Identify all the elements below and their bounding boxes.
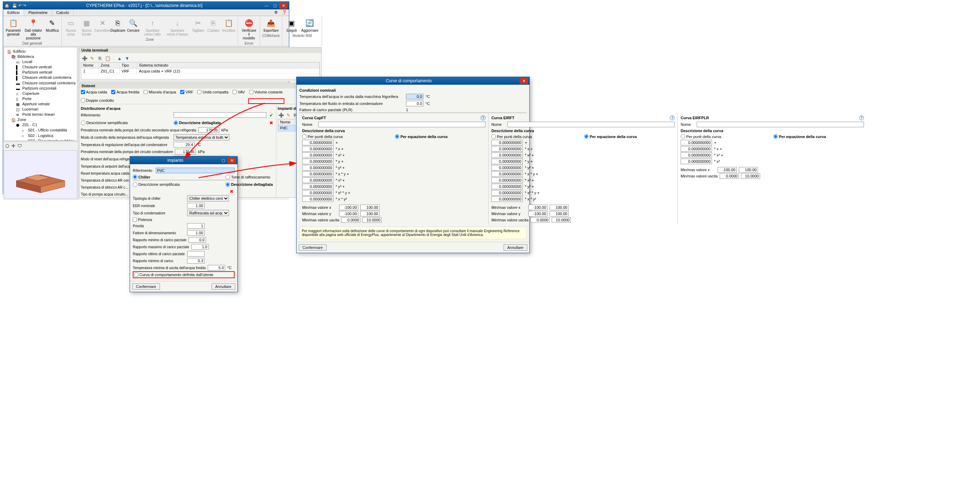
help-icon[interactable]: ? [480,115,485,120]
up-icon[interactable]: ▲ [116,55,123,61]
ribbon-parametri-generali[interactable]: 📋Parametri generali [5,18,21,41]
ribbon-dati-relativi-alla-posizione[interactable]: 📍Dati relativi alla posizione [23,18,44,41]
syscheck-doppio-condotto[interactable]: Doppio condotto [81,98,114,102]
dist-rif-input[interactable] [173,112,266,118]
imp-row: Fattore di dimensionamento [133,229,235,236]
curve-col-2: Curva EIRFPLR?NomeDescrizione della curv… [678,113,867,225]
edit-icon[interactable]: ✎ [89,55,95,61]
tab-planimetrie[interactable]: Planimetrie [24,10,52,16]
tree-coperture[interactable]: ⌂Coperture [6,91,76,96]
down-icon[interactable]: ▼ [124,55,130,61]
minimize-icon[interactable]: — [262,2,271,9]
ribbon-esportare[interactable]: 📤Esportare [262,18,280,33]
tree-aperture-vetrate[interactable]: ▦Aperture vetrate [6,102,76,107]
nom-tin-input[interactable] [406,101,423,106]
tree-lucernari[interactable]: ◫Lucernari [6,107,76,112]
tree-s02-logistica[interactable]: ○S02 - Logistica [6,133,76,139]
ribbon-cercare[interactable]: 🔍Cercare [126,18,140,37]
prod-add-icon[interactable]: ➕ [278,112,284,118]
ribbon-cancellare: ✕Cancellare [95,18,110,37]
app-icon: 🏠 [5,3,11,8]
syscheck-acqua-fredda[interactable]: Acqua fredda [111,90,139,94]
maximize-icon[interactable]: ▢ [271,2,279,9]
syscheck-acqua-calda[interactable]: Acqua calda [81,90,107,94]
dlg-close-icon[interactable]: ✕ [228,157,236,164]
ribbon-spostare-verso-il-basso: ↓Spostare verso il basso [165,18,189,37]
help-icon[interactable]: ? [670,115,675,120]
tab-edificio[interactable]: Edificio [3,10,24,16]
type-torre-radio[interactable] [226,175,230,179]
close-icon[interactable]: ✕ [279,2,288,9]
preview-3d[interactable] [4,150,77,199]
curve-cancel-button[interactable]: Annullare [504,244,527,251]
syscheck-volume-costante[interactable]: Volume costante [249,90,283,94]
ribbon-spostare-verso-l-alto: ↑Spostare verso l'alto [142,18,164,37]
paste-icon[interactable]: 📋 [105,55,111,61]
curve-user-check[interactable] [134,273,138,277]
tree-view[interactable]: 🏠Edificio📚Biblioteca▭Locali▌Chiusure ver… [4,47,77,141]
imp-delete-icon[interactable]: ✖ [228,188,235,194]
ribbon-aggiornare[interactable]: 🔄Aggiornare [300,18,320,33]
imp-row: Tipologia di chillerChiller elettrico ce… [133,194,235,202]
settings-icon[interactable]: ⚙ [272,10,280,16]
left-pane: 🏠Edificio📚Biblioteca▭Locali▌Chiusure ver… [3,46,78,200]
curve-close-icon[interactable]: ✕ [520,78,528,84]
tree-s03-ricevimento-pubblico[interactable]: ○S03 - Ricevimento pubblico [6,139,76,141]
desc-semp-radio[interactable] [81,121,85,125]
tree-porte[interactable]: ▯Porte [6,96,76,102]
tree-ponti-termici-lineari[interactable]: ≋Ponti termici lineari [6,112,76,117]
impianto-dialog: Impianto ▢ ✕ Riferimento Chiller Torre d… [130,156,238,292]
syscheck-unit-compatta[interactable]: Unità compatta [197,90,228,94]
tree-locali[interactable]: ▭Locali [6,59,76,64]
help-icon[interactable]: ❓ [280,10,289,16]
syscheck-miscela-d-acqua[interactable]: Miscela d'acqua [143,90,177,94]
main-title: CYPETHERM EPlus - v2017.j - [C:\...\simu… [26,3,262,8]
tree-partizioni-verticali[interactable]: ▌Partizioni verticali [6,70,76,75]
imp-row: Potenza [133,217,235,222]
syscheck-vrf[interactable]: VRF [180,90,193,94]
unita-panel: Unità terminali ➕ ✎ ⎘ 📋 ▲ ▼ Nome [79,47,322,81]
unita-row[interactable]: 1 Z01_C1 VRF Acqua calda + VRF (12) [81,69,320,74]
curve-confirm-button[interactable]: Confermare [299,244,326,251]
syscheck-vav[interactable]: VAV [232,90,245,94]
imp-semp-radio[interactable] [133,182,137,187]
impianto-confirm-button[interactable]: Confermare [132,284,160,290]
axes-icon[interactable]: ✛ [10,143,16,149]
tree-partizioni-orizzontali[interactable]: ▬Partizioni orizzontali [6,86,76,91]
copy-icon[interactable]: ⎘ [97,55,103,61]
main-titlebar: 🏠 💾 ↶ ↷ CYPETHERM EPlus - v2017.j - [C:\… [3,2,289,10]
ribbon-duplicare[interactable]: ⎘Duplicare [111,18,125,37]
apply-icon[interactable]: ✔ [268,112,275,118]
help-icon[interactable]: ? [859,115,864,120]
tree-s01-ufficio-contabilit-[interactable]: ○S01 - Ufficio contabilità [6,127,76,133]
ribbon-modifica[interactable]: ✎Modifica [45,18,59,41]
tree-zone[interactable]: 🏠Zone [6,117,76,123]
desc-dett-radio[interactable] [173,121,178,125]
tab-calcolo[interactable]: Calcolo [52,10,74,16]
nom-tout-input[interactable] [406,94,423,99]
ribbon-verificare-il-modello[interactable]: ⛔Verificare il modello [240,18,258,41]
type-chiller-radio[interactable] [133,175,137,179]
shield-icon[interactable]: 🛡 [16,143,23,149]
add-icon[interactable]: ➕ [81,55,88,61]
tree-chiusure-verticali[interactable]: ▌Chiusure verticali [6,64,76,70]
tree-z01-c1[interactable]: ⬢Z01 - C1 [6,123,76,127]
tree-chiusure-orizzontali-controterra[interactable]: ▬Chiusure orizzontali controterra [6,81,76,86]
impianto-cancel-button[interactable]: Annullare [212,284,235,290]
ribbon-spigoli[interactable]: ▣Spigoli [285,18,298,33]
ribbon: 📋Parametri generali📍Dati relativi alla p… [3,16,289,46]
prod-edit-icon[interactable]: ✎ [285,112,291,118]
curve-col-1: Curva EIRFT?NomeDescrizione della curvaP… [488,113,678,225]
imp-dett-radio[interactable] [226,182,230,187]
curve-note: Per maggiori informazioni sulla definizi… [299,226,527,239]
tree-edificio[interactable]: 🏠Edificio [6,49,76,54]
imp-row: Priorità [133,222,235,229]
delete-icon[interactable]: ✖ [268,120,275,126]
view3d-icon[interactable]: ⬡ [4,143,10,149]
dlg-max-icon[interactable]: ▢ [219,157,228,164]
tree-chiusure-verticali-controterra[interactable]: ▌Chiusure verticali controterra [6,75,76,80]
imp-row: EER nominale [133,202,235,209]
tree-biblioteca[interactable]: 📚Biblioteca [6,54,76,59]
ribbon-nuovo-locale: ▦Nuovo locale [79,18,94,37]
impianto-rif-input[interactable] [156,168,235,173]
